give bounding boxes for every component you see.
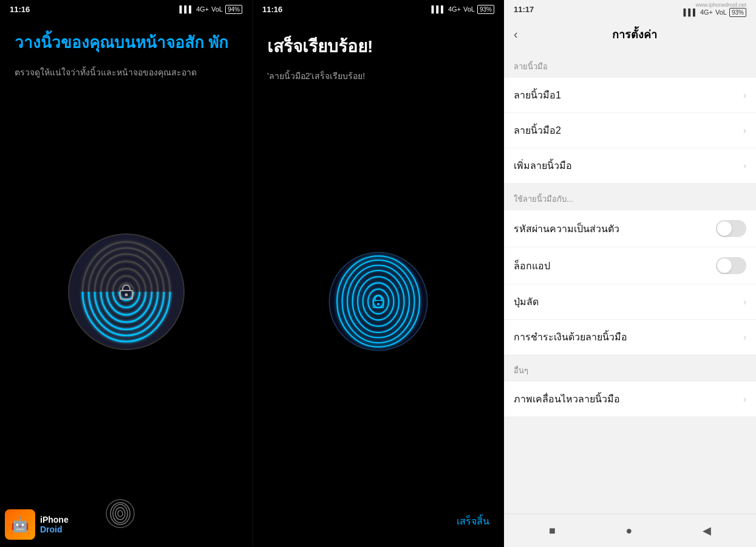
r-signal-type: 4G+: [700, 9, 713, 16]
chevron-icon-5: ›: [743, 332, 746, 343]
shortcut-label: ปุ่มลัด: [514, 294, 539, 309]
fingerprint2-label: ลายนิ้วมือ2: [514, 123, 561, 138]
svg-point-22: [111, 503, 130, 525]
voi-label: VoL: [211, 5, 223, 13]
left-signal-info: ▌▌▌ 4G+ VoL 94%: [180, 5, 243, 14]
signal-type: 4G+: [196, 5, 209, 13]
app-lock-toggle[interactable]: [716, 257, 746, 274]
done-button[interactable]: เสร็จสิ้น: [457, 514, 489, 529]
left-panel: 11:16 ▌▌▌ 4G+ VoL 94% วางนิ้วของคุณบนหน้…: [0, 0, 252, 547]
middle-time: 11:16: [262, 5, 282, 14]
privacy-password-item[interactable]: รหัสผ่านความเป็นส่วนตัว: [504, 210, 756, 247]
success-title: เสร็จเรียบร้อย!: [267, 33, 489, 60]
nav-back-button[interactable]: ◀: [703, 524, 711, 537]
iphone-droid-logo: 🤖 iPhone Droid: [0, 501, 78, 547]
nav-square-button[interactable]: ■: [549, 525, 556, 537]
payment-label: การชำระเงินด้วยลายนิ้วมือ: [514, 329, 627, 345]
right-panel: 11:17 www.iphonedroid.net ▌▌▌ 4G+ VoL 93…: [504, 0, 756, 547]
android-nav-bar: ■ ● ◀: [504, 514, 756, 547]
chevron-icon-6: ›: [743, 394, 746, 405]
chevron-icon-2: ›: [743, 125, 746, 136]
section-use-label: ใช้ลายนิ้วมือกับ...: [504, 183, 756, 210]
chevron-icon-4: ›: [743, 297, 746, 308]
right-time: 11:17: [514, 5, 534, 14]
settings-title: การตั้งค่า: [523, 26, 746, 43]
m-battery-indicator: 93%: [477, 5, 494, 14]
svg-point-0: [69, 234, 184, 349]
r-signal-bars-icon: ▌▌▌: [684, 9, 698, 16]
logo-text: iPhone Droid: [40, 515, 69, 534]
middle-content: เสร็จเรียบร้อย! 'ลายนิ้วมือ2'เสร็จเรียบร…: [253, 18, 504, 501]
fingerprint1-item[interactable]: ลายนิ้วมือ1 ›: [504, 78, 756, 113]
app-lock-item[interactable]: ล็อกแอป: [504, 247, 756, 284]
svg-point-23: [329, 252, 427, 351]
r-voi-label: VoL: [715, 9, 727, 16]
fingerprint-icon-left: [66, 231, 187, 353]
m-voi-label: VoL: [463, 5, 475, 13]
nav-home-button[interactable]: ●: [626, 525, 633, 537]
settings-body: ลายนิ้วมือ ลายนิ้วมือ1 › ลายนิ้วมือ2 › เ…: [504, 50, 756, 514]
shortcut-item[interactable]: ปุ่มลัด ›: [504, 284, 756, 320]
left-time: 11:16: [10, 5, 30, 14]
privacy-password-toggle[interactable]: [716, 220, 746, 237]
logo-robot-icon: 🤖: [5, 509, 35, 540]
add-fingerprint-item[interactable]: เพิ่มลายนิ้วมือ ›: [504, 148, 756, 183]
success-sub: 'ลายนิ้วมือ2'เสร็จเรียบร้อย!: [267, 69, 489, 83]
logo-iphone-text: iPhone: [40, 515, 69, 525]
app-lock-label: ล็อกแอป: [514, 258, 550, 274]
svg-point-20: [115, 507, 125, 520]
right-signal-info: ▌▌▌ 4G+ VoL 93%: [684, 8, 747, 17]
fingerprint-area-left: [15, 97, 237, 486]
middle-panel: 11:16 ▌▌▌ 4G+ VoL 93% เสร็จเรียบร้อย! 'ล…: [252, 0, 504, 547]
animation-label: ภาพเคลื่อนไหวลายนิ้วมือ: [514, 391, 620, 407]
payment-item[interactable]: การชำระเงินด้วยลายนิ้วมือ ›: [504, 320, 756, 354]
r-battery-indicator: 93%: [729, 8, 746, 17]
left-content: วางนิ้วของคุณบนหน้าจอสัก พัก ตรวจดูให้แน…: [0, 18, 252, 486]
sub-text: ตรวจดูให้แน่ใจว่าทั้งนิ้วและหน้าจอของคุณ…: [15, 66, 237, 79]
middle-status-bar: 11:16 ▌▌▌ 4G+ VoL 93%: [253, 0, 504, 18]
settings-back-button[interactable]: ‹: [514, 27, 518, 41]
section-fingerprint-label: ลายนิ้วมือ: [504, 50, 756, 78]
m-signal-bars-icon: ▌▌▌: [432, 5, 446, 13]
privacy-password-label: รหัสผ่านความเป็นส่วนตัว: [514, 221, 619, 236]
fingerprint-card: ลายนิ้วมือ1 › ลายนิ้วมือ2 › เพิ่มลายนิ้ว…: [504, 78, 756, 183]
settings-header: ‹ การตั้งค่า: [504, 18, 756, 50]
small-fingerprint-icon: [105, 498, 135, 529]
logo-droid-text: Droid: [40, 525, 69, 534]
fingerprint2-item[interactable]: ลายนิ้วมือ2 ›: [504, 113, 756, 148]
middle-bottom-bar: เสร็จสิ้น: [253, 501, 504, 547]
watermark: www.iphonedroid.net: [695, 2, 746, 8]
fingerprint1-label: ลายนิ้วมือ1: [514, 88, 561, 103]
m-signal-type: 4G+: [448, 5, 461, 13]
add-fingerprint-label: เพิ่มลายนิ้วมือ: [514, 158, 572, 173]
battery-indicator: 94%: [225, 5, 242, 14]
chevron-icon-1: ›: [743, 90, 746, 101]
svg-point-17: [124, 293, 128, 296]
svg-point-19: [118, 511, 123, 517]
section-other-label: อื่นๆ: [504, 354, 756, 382]
chevron-icon-3: ›: [743, 160, 746, 171]
other-card: ภาพเคลื่อนไหวลายนิ้วมือ ›: [504, 382, 756, 416]
left-status-bar: 11:16 ▌▌▌ 4G+ VoL 94%: [0, 0, 252, 18]
right-status-bar: 11:17 www.iphonedroid.net ▌▌▌ 4G+ VoL 93…: [504, 0, 756, 18]
animation-item[interactable]: ภาพเคลื่อนไหวลายนิ้วมือ ›: [504, 382, 756, 416]
fingerprint-icon-middle: [327, 250, 430, 353]
main-title: วางนิ้วของคุณบนหน้าจอสัก พัก: [15, 33, 237, 53]
svg-point-33: [377, 303, 380, 305]
fingerprint-area-middle: [267, 101, 489, 501]
middle-signal-info: ▌▌▌ 4G+ VoL 93%: [432, 5, 495, 14]
use-card: รหัสผ่านความเป็นส่วนตัว ล็อกแอป ปุ่มลัด …: [504, 210, 756, 354]
signal-bars-icon: ▌▌▌: [180, 5, 194, 13]
